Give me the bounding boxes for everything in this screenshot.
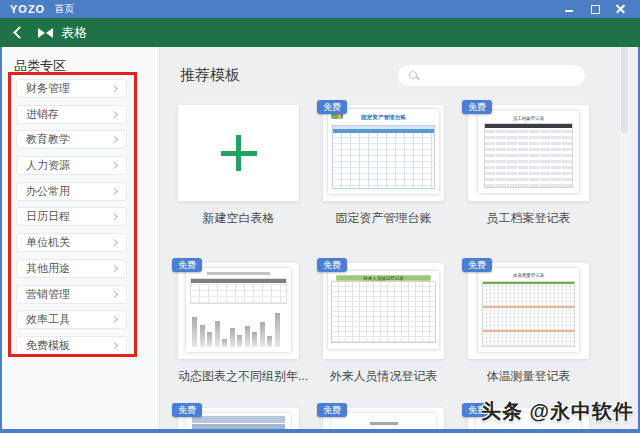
thumb-title-bar (370, 422, 398, 425)
sidebar-item-government[interactable]: 单位机关 (16, 233, 127, 252)
template-card[interactable]: 免费 (178, 263, 299, 385)
sidebar-item-office[interactable]: 办公常用 (16, 182, 127, 201)
free-badge: 免费 (317, 258, 347, 272)
template-card[interactable]: 免费 体温测量登记表 体温测量登记表 (468, 263, 589, 385)
sidebar-item-label: 其他用途 (26, 261, 70, 276)
home-tab[interactable]: 首页 (54, 2, 74, 16)
thumb-table (484, 123, 573, 188)
bar (215, 321, 220, 347)
search-input[interactable] (398, 65, 585, 86)
chevron-right-icon (111, 162, 118, 169)
app-window: YOZO 首页 表格 品类专区 财务管理 进销存 教育教学 人力资源 办公常用 … (0, 0, 640, 433)
sidebar-item-marketing[interactable]: 营销管理 (16, 285, 127, 304)
sidebar-item-calendar[interactable]: 日历日程 (16, 207, 127, 226)
logo-triangle-left (38, 28, 45, 38)
thumb-title-bar (207, 272, 270, 275)
chevron-right-icon (111, 265, 118, 272)
sidebar-item-free[interactable]: 免费模板 (16, 336, 127, 355)
sidebar-item-label: 免费模板 (26, 338, 70, 353)
bar (267, 336, 272, 347)
window-controls (564, 4, 630, 14)
template-thumbnail: 免费 外来人员情况登记表 (323, 263, 444, 359)
new-blank-spreadsheet-card[interactable]: 新建空白表格 (178, 105, 299, 227)
app-body: 品类专区 财务管理 进销存 教育教学 人力资源 办公常用 日历日程 单位机关 其… (2, 47, 638, 429)
free-badge: 免费 (317, 403, 347, 417)
bar (275, 313, 280, 347)
thumb-table (332, 125, 435, 189)
chevron-right-icon (111, 239, 118, 246)
sidebar-item-label: 办公常用 (26, 184, 70, 199)
thumb-table (192, 416, 285, 429)
bar (260, 322, 265, 347)
template-card[interactable]: 免费 员工档案登记表 员工档案登记表 (468, 105, 589, 227)
template-card[interactable]: 免费 (323, 408, 444, 429)
card-label: 外来人员情况登记表 (323, 368, 444, 385)
sidebar-item-label: 进销存 (26, 107, 59, 122)
spreadsheet-logo-icon (38, 28, 53, 38)
template-card[interactable]: 免费 (178, 408, 299, 429)
minimize-icon[interactable] (564, 4, 574, 14)
plus-icon (221, 135, 257, 171)
sidebar-item-label: 教育教学 (26, 132, 70, 147)
titlebar: YOZO 首页 (0, 0, 640, 18)
watermark: 头条 @永中软件 (481, 398, 634, 425)
template-thumbnail: 免费 (178, 408, 299, 429)
template-thumbnail: 免费 (323, 408, 444, 429)
bar (200, 325, 205, 347)
chevron-right-icon (111, 342, 118, 349)
sidebar-item-efficiency[interactable]: 效率工具 (16, 310, 127, 329)
template-card[interactable]: 免费 固定资产管理台账 固定资产管理台账 (323, 105, 444, 227)
sidebar-item-education[interactable]: 教育教学 (16, 130, 127, 149)
free-badge: 免费 (462, 100, 492, 114)
section-title: 推荐模板 (180, 66, 240, 85)
bar (222, 339, 227, 347)
sheet-preview (331, 413, 436, 429)
thumb-title: 外来人员情况登记表 (336, 275, 431, 280)
chevron-right-icon (111, 136, 118, 143)
sidebar-item-other[interactable]: 其他用途 (16, 259, 127, 278)
sheet-preview (186, 413, 291, 429)
chevron-right-icon (111, 213, 118, 220)
thumb-title: 固定资产管理台账 (339, 113, 428, 121)
card-label: 体温测量登记表 (468, 368, 589, 385)
card-label: 动态图表之不同组别年... (178, 368, 299, 385)
toolbar: 表格 (0, 18, 640, 47)
sheet-preview: 体温测量登记表 (478, 268, 579, 352)
card-label: 新建空白表格 (178, 210, 299, 227)
template-thumbnail: 免费 (178, 263, 299, 359)
thumb-table (331, 281, 436, 343)
free-badge: 免费 (172, 258, 202, 272)
close-icon[interactable] (616, 4, 626, 14)
maximize-icon[interactable] (590, 4, 600, 14)
sidebar-item-inventory[interactable]: 进销存 (16, 105, 127, 124)
free-badge: 免费 (317, 100, 347, 114)
sidebar-item-hr[interactable]: 人力资源 (16, 156, 127, 175)
thumb-title: 体温测量登记表 (491, 272, 567, 279)
back-button[interactable] (6, 18, 32, 47)
thumb-bar-chart (192, 307, 285, 347)
template-card[interactable]: 免费 外来人员情况登记表 外来人员情况登记表 (323, 263, 444, 385)
sheet-preview: 员工档案登记表 (478, 111, 579, 193)
card-label: 员工档案登记表 (468, 210, 589, 227)
free-badge: 免费 (172, 403, 202, 417)
thumb-table (190, 278, 287, 304)
thumb-table (482, 281, 575, 347)
chevron-right-icon (111, 188, 118, 195)
free-badge: 免费 (462, 258, 492, 272)
scrollbar-thumb[interactable] (621, 47, 628, 133)
template-thumbnail: 免费 体温测量登记表 (468, 263, 589, 359)
thumb-title: 员工档案登记表 (491, 115, 567, 122)
sheet-preview: 外来人员情况登记表 (328, 271, 439, 349)
chevron-right-icon (111, 85, 118, 92)
sheet-preview: 固定资产管理台账 (328, 109, 439, 194)
bar (230, 328, 235, 347)
app-title: 表格 (61, 24, 87, 42)
search-icon (409, 71, 419, 81)
bar (207, 332, 212, 347)
template-thumbnail: 免费 固定资产管理台账 (323, 105, 444, 201)
bar (237, 335, 242, 347)
sidebar-item-finance[interactable]: 财务管理 (16, 79, 127, 98)
main-panel: 推荐模板 新建空白表格 免费 固定资产管理台账 (160, 47, 638, 429)
bar (252, 332, 257, 347)
yozo-logo: YOZO (10, 3, 45, 15)
